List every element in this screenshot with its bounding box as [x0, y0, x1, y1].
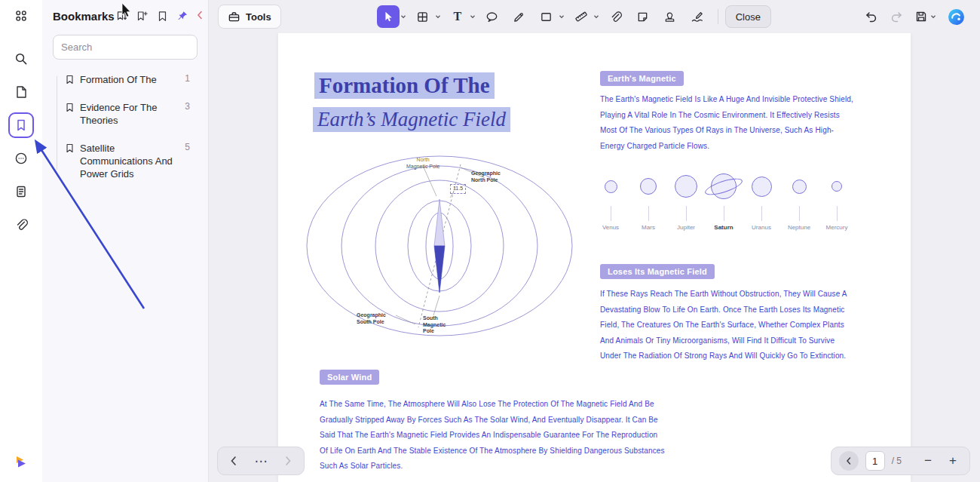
tools-button[interactable]: Tools — [218, 5, 281, 29]
toolbar-divider — [718, 9, 718, 24]
pin-bookmark-icon[interactable] — [176, 11, 188, 23]
document-icon[interactable] — [8, 79, 34, 105]
save-dropdown-icon — [930, 14, 936, 20]
bookmark-item-page: 5 — [185, 142, 190, 152]
planet-uranus: Uranus — [743, 169, 780, 231]
app-window: Bookmarks — [0, 0, 980, 482]
planet-name: Mercury — [826, 224, 848, 231]
bookmark-actions — [115, 11, 188, 23]
undo-icon[interactable] — [865, 10, 878, 23]
comment-tool-icon[interactable] — [481, 5, 504, 28]
bookmark-item[interactable]: Satellite Communications And Power Grids… — [65, 142, 190, 180]
doc-title-line2[interactable]: Earth’s Magnetic Field — [313, 107, 510, 132]
highlighter-tool-icon[interactable] — [508, 5, 531, 28]
section-badge-loses-field[interactable]: Loses Its Magnetic Field — [600, 264, 715, 279]
pdf-page[interactable]: Formation Of The Earth’s Magnetic Field — [278, 33, 911, 482]
pager-zoom-pill: / 5 − + — [831, 447, 970, 475]
main-area: Tools T — [209, 0, 980, 482]
stamp-tool-icon[interactable] — [659, 5, 681, 28]
tool-buttons: T — [375, 5, 771, 28]
ai-assistant-icon[interactable] — [948, 8, 965, 26]
planet-mars: Mars — [629, 169, 667, 231]
planet-name: Mars — [642, 224, 655, 231]
doc-title-line1[interactable]: Formation Of The — [314, 72, 495, 99]
page-number-input[interactable] — [865, 451, 885, 471]
magnetic-field-diagram: North Magnetic Pole Geographic North Pol… — [299, 152, 584, 341]
prev-page-icon[interactable] — [221, 450, 247, 472]
planet-circle — [792, 180, 807, 194]
diagram-label-geographic-south-pole: Geographic South Pole — [357, 312, 386, 325]
bookmark-outline-icon[interactable] — [156, 11, 168, 23]
left-icon-rail — [0, 0, 42, 482]
close-button[interactable]: Close — [725, 5, 771, 28]
paragraph-earths-magnetic[interactable]: The Earth's Magnetic Field Is Like A Hug… — [600, 92, 853, 154]
diagram-label-tilt-angle: 11.5 — [450, 184, 466, 194]
pdf-viewport: Formation Of The Earth’s Magnetic Field — [209, 33, 980, 482]
planet-circle — [605, 180, 617, 193]
diagram-label-geographic-north-pole: Geographic North Pole — [471, 170, 501, 183]
measure-tool-icon[interactable] — [570, 5, 593, 28]
page-total-label: / 5 — [892, 456, 902, 466]
paragraph-solar-wind[interactable]: At The Same Time, The Atmosphere Will Al… — [320, 397, 668, 474]
bookmark-item-label: Evidence For The Theories — [80, 101, 176, 127]
planet-jupiter: Jupiter — [667, 169, 705, 231]
tools-button-label: Tools — [246, 11, 271, 23]
section-badge-solar-wind[interactable]: Solar Wind — [320, 370, 379, 385]
select-tool-button[interactable] — [377, 5, 400, 28]
bookmark-item[interactable]: Evidence For The Theories 3 — [65, 101, 190, 127]
planets-row: Venus Mars Jupiter S — [592, 169, 856, 231]
bookmark-search — [42, 29, 208, 63]
planet-mercury: Mercury — [818, 169, 856, 231]
attach-file-tool-icon[interactable] — [605, 5, 627, 28]
planet-circle — [831, 181, 842, 192]
planet-name: Venus — [602, 224, 619, 231]
text-tool-dropdown-icon[interactable] — [469, 14, 476, 20]
next-page-icon[interactable] — [275, 450, 301, 472]
planet-name: Uranus — [752, 224, 771, 231]
toolbar-right — [865, 8, 971, 26]
search-icon[interactable] — [8, 46, 34, 72]
planet-circle — [752, 177, 772, 197]
panel-title: Bookmarks — [53, 10, 115, 23]
paragraph-loses-field[interactable]: If These Rays Reach The Earth Without Ob… — [600, 287, 849, 364]
top-toolbar: Tools T — [209, 0, 980, 33]
planet-name: Saturn — [714, 224, 733, 231]
search-input[interactable] — [53, 35, 198, 60]
zoom-out-icon[interactable]: − — [919, 452, 937, 470]
signature-tool-icon[interactable] — [686, 5, 709, 28]
comment-icon[interactable] — [8, 146, 34, 171]
planet-circle — [640, 178, 657, 195]
planet-name: Jupiter — [677, 224, 695, 231]
diagram-label-south-magnetic-pole: South Magnetic Pole — [423, 315, 446, 335]
section-badge-earths-magnetic[interactable]: Earth's Magnetic — [600, 71, 684, 86]
apps-grid-icon[interactable] — [8, 3, 34, 29]
planet-circle — [675, 175, 697, 198]
bookmark-icon[interactable] — [8, 112, 34, 138]
planet-name: Neptune — [788, 224, 810, 231]
more-pages-icon[interactable]: ⋯ — [248, 450, 274, 472]
planet-saturn: Saturn — [705, 169, 743, 231]
previous-page-circle-icon[interactable] — [839, 451, 859, 471]
sort-bookmarks-icon[interactable] — [115, 11, 127, 23]
organize-pages-dropdown-icon[interactable] — [434, 14, 442, 20]
collapse-panel-icon[interactable] — [195, 8, 204, 22]
text-tool-glyph: T — [453, 10, 461, 23]
shape-tool-icon[interactable] — [535, 5, 558, 28]
updf-logo-icon[interactable] — [8, 449, 34, 474]
organize-pages-tool-icon[interactable] — [412, 5, 434, 28]
page-nav-pill: ⋯ — [217, 447, 305, 475]
redo-icon[interactable] — [890, 10, 903, 23]
attachment-icon[interactable] — [8, 212, 34, 238]
zoom-in-icon[interactable]: + — [944, 452, 962, 470]
save-icon[interactable] — [914, 10, 936, 23]
measure-tool-dropdown-icon[interactable] — [593, 14, 600, 20]
select-tool-dropdown-icon[interactable] — [400, 14, 407, 20]
add-bookmark-icon[interactable] — [136, 11, 148, 23]
pages-icon[interactable] — [8, 179, 34, 204]
bookmark-item-page: 1 — [185, 73, 190, 84]
diagram-label-north-magnetic-pole: North Magnetic Pole — [406, 157, 439, 170]
bookmark-item[interactable]: Formation Of The 1 — [65, 73, 190, 86]
sticker-tool-icon[interactable] — [632, 5, 654, 28]
shape-tool-dropdown-icon[interactable] — [558, 14, 565, 20]
text-tool-button[interactable]: T — [446, 5, 469, 28]
